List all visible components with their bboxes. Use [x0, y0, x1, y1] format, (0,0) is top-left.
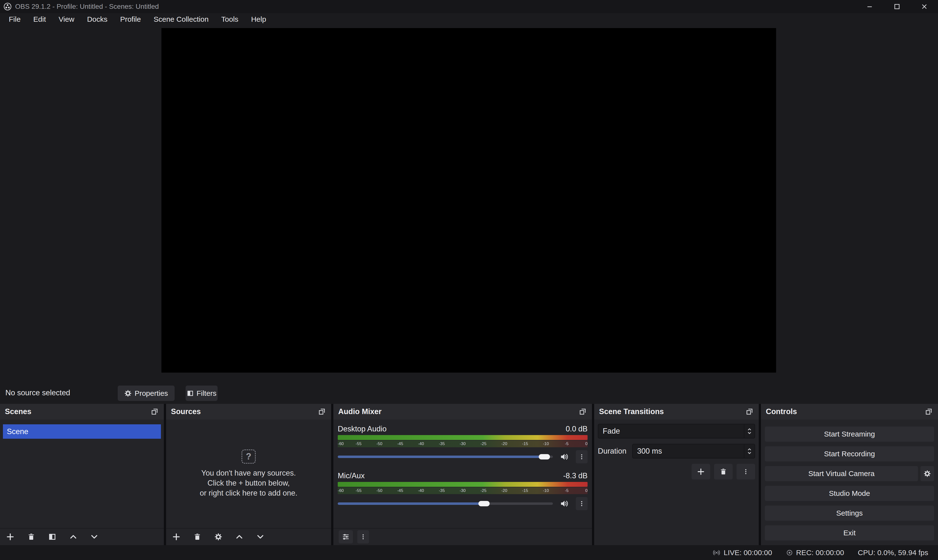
mute-toggle-button[interactable] [559, 451, 569, 462]
channel-level-db: 0.0 dB [566, 425, 588, 433]
popout-icon [579, 408, 586, 415]
advanced-audio-properties-button[interactable] [339, 530, 353, 543]
scene-transitions-body: Fade Duration 300 ms [594, 420, 759, 545]
settings-button[interactable]: Settings [765, 506, 934, 521]
spinner-arrows-icon [747, 447, 753, 455]
menu-bar: File Edit View Docks Profile Scene Colle… [0, 13, 938, 25]
scenes-dock-title: Scenes [5, 407, 31, 416]
empty-state-line: Click the + button below, [208, 478, 290, 488]
scenes-popout-button[interactable] [149, 406, 160, 417]
chevron-down-icon [90, 533, 99, 541]
trash-icon [27, 533, 35, 541]
record-icon [786, 549, 793, 556]
speaker-icon [560, 499, 569, 508]
kebab-icon [579, 454, 585, 460]
menu-tools[interactable]: Tools [215, 14, 245, 25]
source-properties-button[interactable] [213, 532, 223, 542]
menu-docks[interactable]: Docks [81, 14, 114, 25]
start-virtual-camera-button[interactable]: Start Virtual Camera [765, 466, 918, 481]
remove-scene-button[interactable] [26, 532, 36, 542]
properties-button[interactable]: Properties [118, 386, 174, 401]
close-button[interactable] [911, 0, 938, 13]
popout-icon [318, 408, 326, 415]
duration-spin-arrows[interactable] [744, 445, 754, 458]
volume-slider[interactable] [338, 502, 553, 505]
scene-move-down-button[interactable] [89, 532, 99, 542]
title-bar: OBS 29.1.2 - Profile: Untitled - Scenes:… [0, 0, 938, 13]
duration-spinbox[interactable]: 300 ms [632, 444, 755, 458]
maximize-icon [893, 3, 901, 10]
chevron-up-icon [235, 533, 244, 541]
advanced-audio-icon [342, 533, 350, 541]
properties-button-label: Properties [134, 389, 168, 397]
slider-handle[interactable] [478, 501, 490, 506]
add-scene-button[interactable] [5, 532, 15, 542]
controls-popout-button[interactable] [923, 406, 934, 417]
mixer-options-button[interactable] [357, 530, 369, 543]
slider-fill [338, 455, 545, 458]
channel-options-button[interactable] [576, 497, 588, 510]
menu-edit[interactable]: Edit [27, 14, 52, 25]
popout-icon [746, 408, 753, 415]
status-bar: LIVE: 00:00:00 REC: 00:00:00 CPU: 0.0%, … [0, 545, 938, 560]
transition-select[interactable]: Fade [598, 424, 755, 438]
transition-select-arrows[interactable] [744, 424, 754, 438]
start-streaming-button[interactable]: Start Streaming [765, 426, 934, 442]
virtual-camera-settings-button[interactable] [920, 466, 934, 481]
exit-button[interactable]: Exit [765, 525, 934, 540]
scene-transitions-dock-header: Scene Transitions [594, 404, 759, 420]
docks-region: Scenes Scene [0, 404, 938, 545]
studio-mode-button[interactable]: Studio Mode [765, 486, 934, 501]
sources-empty-state: ? You don't have any sources. Click the … [166, 420, 331, 528]
meter-scale: -60-55-50-45-40-35-30-25-20-15-10-50 [338, 487, 588, 494]
transition-options-button[interactable] [736, 464, 755, 480]
remove-source-button[interactable] [193, 532, 202, 542]
scene-move-up-button[interactable] [68, 532, 78, 542]
plus-icon [697, 468, 705, 475]
close-icon [921, 3, 928, 10]
volume-meter [338, 482, 588, 487]
menu-profile[interactable]: Profile [114, 14, 147, 25]
mixer-channel-desktop-audio: Desktop Audio 0.0 dB -60-55-50-45-40-35-… [338, 424, 588, 463]
chevron-down-icon [256, 533, 264, 541]
broadcast-icon [712, 549, 720, 557]
rec-status: REC: 00:00:00 [786, 549, 844, 557]
menu-scene-collection[interactable]: Scene Collection [147, 14, 215, 25]
scene-filters-button[interactable] [47, 532, 57, 542]
add-transition-button[interactable] [691, 464, 710, 480]
no-source-selected-label: No source selected [5, 388, 70, 397]
source-move-up-button[interactable] [234, 532, 244, 542]
filters-button[interactable]: Filters [185, 386, 218, 401]
scene-transitions-popout-button[interactable] [744, 406, 755, 417]
sources-list: ? You don't have any sources. Click the … [166, 420, 331, 528]
live-time-label: LIVE: 00:00:00 [724, 549, 772, 557]
channel-options-button[interactable] [576, 450, 588, 463]
scene-list-item[interactable]: Scene [3, 424, 161, 439]
menu-view[interactable]: View [52, 14, 80, 25]
live-status: LIVE: 00:00:00 [712, 549, 772, 557]
add-source-button[interactable] [171, 532, 181, 542]
channel-level-db: -8.3 dB [563, 471, 588, 480]
slider-handle[interactable] [539, 454, 550, 460]
remove-transition-button[interactable] [714, 464, 733, 480]
source-context-toolbar: No source selected Properties Filters [0, 383, 938, 404]
minimize-button[interactable] [856, 0, 883, 13]
gear-icon [924, 470, 931, 477]
sources-popout-button[interactable] [316, 406, 327, 417]
sources-dock-title: Sources [171, 407, 201, 416]
menu-help[interactable]: Help [245, 14, 273, 25]
gear-icon [214, 533, 222, 541]
mute-toggle-button[interactable] [559, 498, 569, 509]
source-move-down-button[interactable] [255, 532, 265, 542]
volume-slider[interactable] [338, 455, 553, 458]
start-recording-button[interactable]: Start Recording [765, 446, 934, 462]
speaker-icon [560, 452, 569, 462]
preview-canvas[interactable] [161, 28, 776, 372]
audio-mixer-popout-button[interactable] [577, 406, 588, 417]
maximize-button[interactable] [883, 0, 911, 13]
channel-name: Desktop Audio [338, 425, 387, 433]
audio-mixer-body: Desktop Audio 0.0 dB -60-55-50-45-40-35-… [333, 420, 592, 528]
menu-file[interactable]: File [2, 14, 27, 25]
controls-dock-title: Controls [766, 407, 797, 416]
plus-icon [6, 533, 14, 541]
